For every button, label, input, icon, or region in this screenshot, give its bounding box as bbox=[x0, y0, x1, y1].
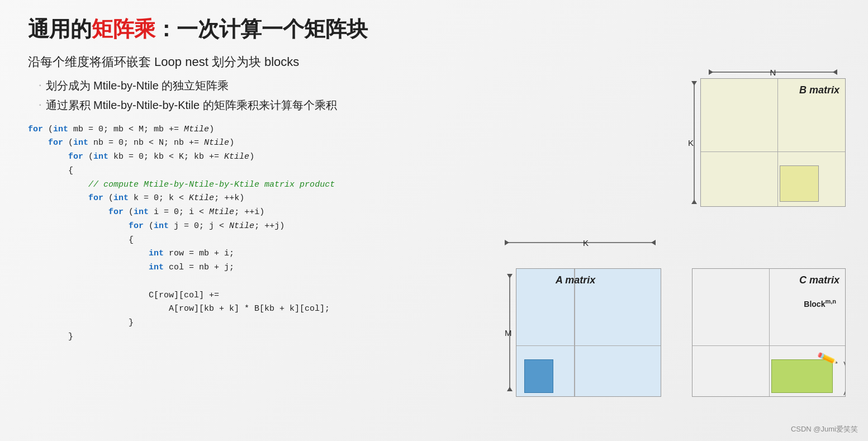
b-matrix-divider-h bbox=[701, 151, 845, 153]
n-label: N bbox=[770, 68, 776, 77]
a-matrix-container: M Mtile Ktile bbox=[505, 257, 667, 414]
title-part1: 通用的 bbox=[28, 17, 92, 41]
code-line-1: for (int mb = 0; mb < M; mb += Mtile) bbox=[28, 123, 447, 137]
code-line-3: for (int kb = 0; kb < K; kb += Ktile) bbox=[28, 150, 447, 164]
a-matrix-divider-v bbox=[574, 269, 575, 396]
title-part3: ：一次计算一个矩阵块 bbox=[155, 17, 368, 41]
ktile-brace-a: Ktile bbox=[524, 395, 553, 397]
code-line-2: for (int nb = 0; nb < N; nb += Ntile) bbox=[28, 136, 447, 150]
code-line-14: A[row][kb + k] * B[kb + k][col]; bbox=[28, 302, 447, 316]
b-tile bbox=[780, 165, 819, 202]
code-line-13: C[row][col] += bbox=[28, 289, 447, 303]
k-arrow-b-area: K bbox=[689, 78, 699, 207]
mtile-brace-c: Mtile bbox=[841, 362, 846, 395]
code-block: for (int mb = 0; mb < M; mb += Mtile) fo… bbox=[28, 123, 447, 344]
left-content: 沿每个维度将循环嵌套 Loop nest 划分为块 blocks ◦ 划分成为 … bbox=[28, 54, 447, 344]
k-dim-arrow bbox=[505, 238, 656, 248]
slide: 通用的矩阵乘：一次计算一个矩阵块 沿每个维度将循环嵌套 Loop nest 划分… bbox=[0, 0, 868, 441]
code-line-4: { bbox=[28, 164, 447, 178]
bullet-item-1: ◦ 划分成为 Mtile-by-Ntile 的独立矩阵乘 bbox=[39, 78, 447, 93]
watermark: CSDN @Jumi爱笑笑 bbox=[791, 424, 858, 434]
m-label: M bbox=[505, 328, 512, 338]
k-dim-label: K bbox=[583, 238, 589, 248]
k-dim-row: K bbox=[505, 238, 667, 248]
b-matrix-title: B matrix bbox=[799, 84, 839, 96]
b-matrix-container: N K Kti bbox=[689, 67, 851, 224]
block-label: Block bbox=[804, 300, 825, 309]
bullet-dot-1: ◦ bbox=[39, 82, 41, 88]
subtitle: 沿每个维度将循环嵌套 Loop nest 划分为块 blocks bbox=[28, 54, 447, 70]
a-matrix-divider-h bbox=[516, 345, 661, 347]
svg-marker-11 bbox=[507, 387, 513, 391]
code-line-12 bbox=[28, 275, 447, 289]
svg-marker-1 bbox=[709, 69, 713, 75]
svg-marker-5 bbox=[691, 200, 697, 204]
slide-title: 通用的矩阵乘：一次计算一个矩阵块 bbox=[28, 17, 840, 42]
code-line-9: { bbox=[28, 234, 447, 248]
diagram-area: N K Kti bbox=[505, 67, 851, 419]
a-matrix-title: A matrix bbox=[556, 274, 595, 286]
bullet-text-2: 通过累积 Mtile-by-Ntile-by-Ktile 的矩阵乘积来计算每个乘… bbox=[46, 98, 337, 113]
svg-marker-4 bbox=[691, 81, 697, 86]
c-matrix-divider-v bbox=[769, 269, 770, 396]
c-matrix-container: Blockm,n ✏️ Mtile Ntile bbox=[686, 257, 851, 414]
code-line-10: int row = mb + i; bbox=[28, 247, 447, 261]
svg-marker-2 bbox=[833, 69, 837, 75]
k-label-b: K bbox=[688, 138, 694, 148]
code-line-16: } bbox=[28, 330, 447, 344]
ntile-brace-c: Ntile bbox=[771, 395, 833, 397]
block-label-area: Blockm,n bbox=[804, 298, 836, 309]
code-line-5: // compute Mtile-by-Ntile-by-Ktile matri… bbox=[28, 178, 447, 192]
bullet-list: ◦ 划分成为 Mtile-by-Ntile 的独立矩阵乘 ◦ 通过累积 Mtil… bbox=[39, 78, 447, 113]
mtile-brace-a: Mtile bbox=[659, 362, 661, 395]
b-matrix-divider-v bbox=[777, 79, 779, 206]
code-line-6: for (int k = 0; k < Ktile; ++k) bbox=[28, 192, 447, 206]
a-tile bbox=[524, 359, 553, 393]
svg-marker-10 bbox=[507, 274, 513, 278]
code-for-1: for bbox=[28, 125, 43, 134]
n-arrow-area: N bbox=[700, 67, 846, 77]
c-matrix-box: Blockm,n ✏️ Mtile Ntile bbox=[692, 268, 846, 397]
bullet-dot-2: ◦ bbox=[39, 102, 41, 108]
code-line-11: int col = nb + j; bbox=[28, 261, 447, 275]
m-arrow-area: M bbox=[505, 268, 515, 397]
title-part2: 矩阵乘 bbox=[92, 17, 155, 41]
ntile-brace-b: Ntile bbox=[780, 204, 819, 207]
code-line-8: for (int j = 0; j < Ntile; ++j) bbox=[28, 220, 447, 234]
c-matrix-title: C matrix bbox=[799, 274, 839, 286]
code-line-7: for (int i = 0; i < Mtile; ++i) bbox=[28, 206, 447, 220]
a-matrix-box: Mtile Ktile A matrix bbox=[516, 268, 661, 397]
svg-marker-8 bbox=[651, 240, 656, 245]
svg-marker-7 bbox=[505, 240, 509, 245]
mn-label: m,n bbox=[825, 298, 836, 305]
code-line-15: } bbox=[28, 316, 447, 330]
bullet-text-1: 划分成为 Mtile-by-Ntile 的独立矩阵乘 bbox=[46, 78, 229, 93]
b-matrix-box: Ktile Ntile B matrix bbox=[700, 78, 846, 207]
bullet-item-2: ◦ 通过累积 Mtile-by-Ntile-by-Ktile 的矩阵乘积来计算每… bbox=[39, 98, 447, 113]
